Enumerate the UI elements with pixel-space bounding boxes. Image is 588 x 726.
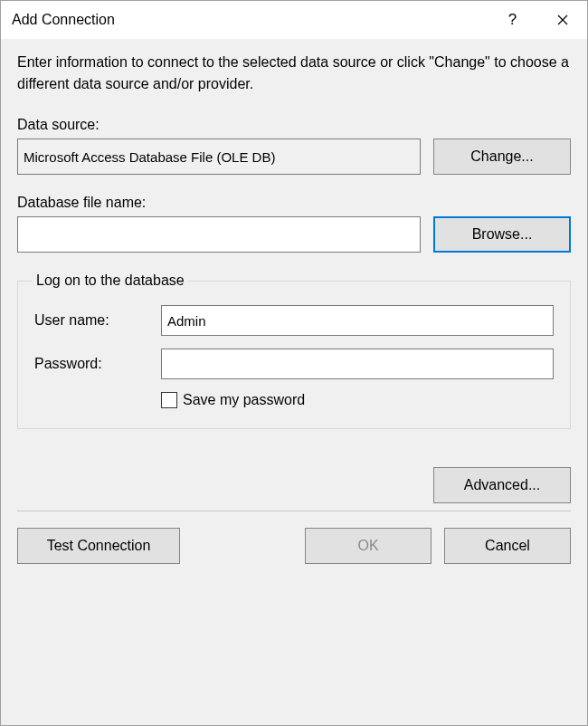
logon-group: Log on to the database User name: Passwo… <box>17 272 571 429</box>
db-file-row: Browse... <box>17 216 571 253</box>
db-file-input[interactable] <box>17 216 421 253</box>
close-button[interactable] <box>537 1 587 39</box>
save-password-label: Save my password <box>183 392 305 408</box>
change-button[interactable]: Change... <box>433 139 571 175</box>
window-title: Add Connection <box>12 12 488 28</box>
advanced-row: Advanced... <box>17 467 571 503</box>
db-file-label: Database file name: <box>17 195 571 211</box>
data-source-label: Data source: <box>17 117 571 133</box>
username-row: User name: <box>34 305 554 336</box>
footer-spacer <box>193 528 292 564</box>
password-input[interactable] <box>161 349 554 379</box>
titlebar: Add Connection ? <box>1 1 587 39</box>
password-label: Password: <box>34 356 161 372</box>
browse-button[interactable]: Browse... <box>433 216 571 253</box>
username-input[interactable] <box>161 305 554 336</box>
data-source-row: Change... <box>17 139 571 175</box>
test-connection-button[interactable]: Test Connection <box>17 528 180 564</box>
logon-legend: Log on to the database <box>33 272 188 289</box>
dialog-window: Add Connection ? Enter information to co… <box>0 0 588 726</box>
help-button[interactable]: ? <box>488 1 537 39</box>
data-source-field <box>17 139 421 175</box>
password-row: Password: <box>34 349 554 379</box>
save-password-checkbox[interactable] <box>161 392 177 408</box>
divider <box>17 511 571 511</box>
save-password-row[interactable]: Save my password <box>161 392 554 408</box>
footer: Test Connection OK Cancel <box>17 528 571 564</box>
username-label: User name: <box>34 312 161 329</box>
close-icon <box>557 14 568 25</box>
advanced-button[interactable]: Advanced... <box>433 467 571 503</box>
ok-button[interactable]: OK <box>305 528 432 564</box>
client-area: Enter information to connect to the sele… <box>1 39 587 725</box>
intro-text: Enter information to connect to the sele… <box>17 52 571 95</box>
cancel-button[interactable]: Cancel <box>444 528 571 564</box>
